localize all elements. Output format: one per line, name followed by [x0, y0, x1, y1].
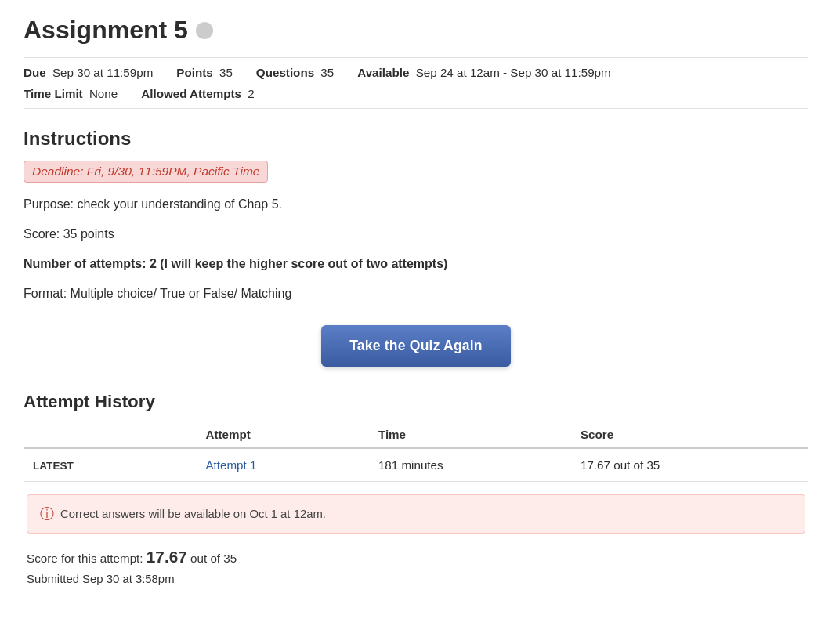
purpose-line: Purpose: check your understanding of Cha…: [24, 195, 808, 214]
assignment-title-text: Assignment 5: [24, 16, 188, 45]
available-label: Available: [357, 66, 409, 79]
attempt-history-title: Attempt History: [24, 392, 808, 412]
attempts-line: Number of attempts: 2 (I will keep the h…: [24, 255, 808, 273]
time-cell: 181 minutes: [369, 448, 571, 482]
col-header-attempt: Attempt: [196, 421, 368, 448]
meta-row-1: Due Sep 30 at 11:59pm Points 35 Question…: [24, 66, 808, 79]
correct-answers-text: Correct answers will be available on Oct…: [60, 508, 326, 520]
submitted-detail: Submitted Sep 30 at 3:58pm: [24, 573, 808, 593]
attempt-link[interactable]: Attempt 1: [205, 458, 256, 472]
available-meta: Available Sep 24 at 12am - Sep 30 at 11:…: [357, 66, 610, 79]
take-quiz-container: Take the Quiz Again: [24, 325, 808, 367]
allowed-attempts-meta: Allowed Attempts 2: [141, 87, 254, 100]
due-value: Sep 30 at 11:59pm: [52, 66, 153, 79]
correct-answers-notice: ⓘ Correct answers will be available on O…: [27, 494, 805, 534]
meta-row-2: Time Limit None Allowed Attempts 2: [24, 87, 808, 100]
points-label: Points: [176, 66, 212, 79]
latest-badge: LATEST: [24, 448, 196, 482]
instructions-title: Instructions: [24, 128, 808, 150]
questions-value: 35: [320, 66, 334, 79]
available-value: Sep 24 at 12am - Sep 30 at 11:59pm: [416, 66, 611, 79]
score-detail: Score for this attempt: 17.67 out of 35: [24, 543, 808, 570]
attempt-table: Attempt Time Score LATEST Attempt 1 181 …: [24, 421, 808, 482]
score-line: Score: 35 points: [24, 225, 808, 244]
questions-label: Questions: [256, 66, 314, 79]
meta-bar: Due Sep 30 at 11:59pm Points 35 Question…: [24, 57, 808, 109]
info-icon: ⓘ: [40, 505, 54, 523]
deadline-highlight: Deadline: Fri, 9/30, 11:59PM, Pacific Ti…: [24, 161, 268, 183]
time-limit-label: Time Limit: [24, 87, 83, 100]
table-header-row: Attempt Time Score: [24, 421, 808, 448]
time-limit-value: None: [89, 87, 118, 100]
col-header-time: Time: [369, 421, 571, 448]
take-quiz-button[interactable]: Take the Quiz Again: [321, 325, 511, 367]
allowed-attempts-label: Allowed Attempts: [141, 87, 241, 100]
format-line: Format: Multiple choice/ True or False/ …: [24, 284, 808, 303]
due-meta: Due Sep 30 at 11:59pm: [24, 66, 153, 79]
title-dot-icon: [196, 22, 213, 39]
col-header-blank: [24, 421, 196, 448]
due-label: Due: [24, 66, 46, 79]
points-value: 35: [219, 66, 233, 79]
points-meta: Points 35: [176, 66, 233, 79]
table-row: LATEST Attempt 1 181 minutes 17.67 out o…: [24, 448, 808, 482]
score-out-of: out of 35: [190, 552, 237, 565]
score-value: 17.67: [147, 548, 187, 566]
score-cell: 17.67 out of 35: [571, 448, 808, 482]
allowed-attempts-value: 2: [248, 87, 254, 100]
time-limit-meta: Time Limit None: [24, 87, 118, 100]
col-header-score: Score: [571, 421, 808, 448]
page-title: Assignment 5: [24, 16, 808, 45]
questions-meta: Questions 35: [256, 66, 334, 79]
score-for-attempt-label: Score for this attempt:: [27, 552, 143, 565]
attempt-cell: Attempt 1: [196, 448, 368, 482]
